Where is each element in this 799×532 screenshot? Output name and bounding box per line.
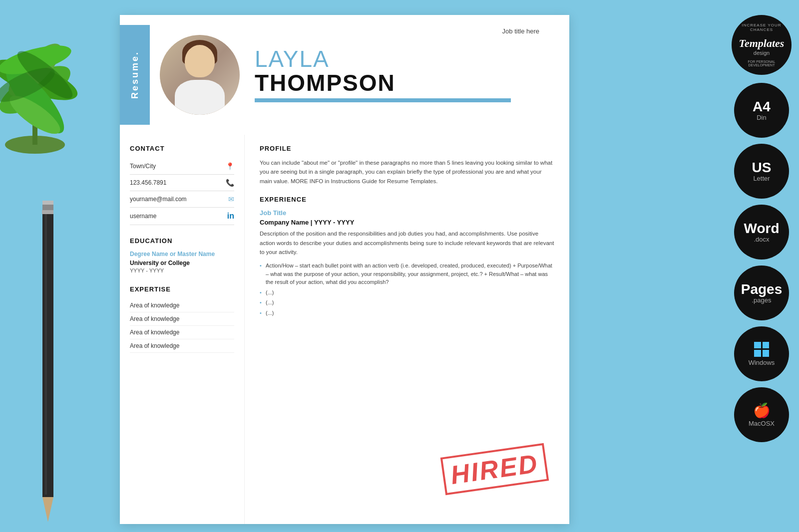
svg-rect-13 — [42, 201, 53, 205]
svg-rect-10 — [42, 208, 53, 497]
pages-sub-label: .pages — [752, 296, 771, 304]
contact-town-text: Town/City — [130, 163, 156, 170]
word-sub-label: .docx — [754, 236, 769, 243]
right-column: PROFILE You can include "about me" or "p… — [245, 135, 569, 524]
education-section-title: EDUCATION — [130, 237, 234, 245]
windows-icon — [754, 342, 769, 357]
svg-marker-11 — [42, 497, 53, 522]
person-face — [185, 45, 215, 77]
pages-option-circle[interactable]: Pages .pages — [734, 266, 789, 320]
templates-logo-circle: INCREASE YOUR CHANCES Templates design F… — [732, 15, 792, 75]
email-icon: ✉ — [228, 195, 234, 203]
profile-photo — [160, 35, 240, 115]
last-name: THOMPSON — [255, 70, 539, 96]
bullet-item-1: Action/How – start each bullet point wit… — [260, 262, 554, 286]
resume-header: Resume. Job title here LAYLA THOMPSON — [120, 15, 569, 135]
first-name: LAYLA — [255, 47, 539, 70]
education-years: YYYY - YYYY — [130, 267, 234, 273]
us-sub-label: Letter — [753, 175, 770, 182]
company-line: Company Name | YYYY - YYYY — [260, 219, 554, 226]
resume-sidebar-bar: Resume. — [120, 25, 150, 125]
university-name: University or College — [130, 260, 234, 266]
expertise-item: Area of knowledge — [130, 326, 234, 339]
left-column: CONTACT Town/City 📍 123.456.7891 📞 yourn… — [120, 135, 245, 524]
macosx-option-circle[interactable]: 🍎 MacOSX — [734, 387, 789, 442]
windows-label: Windows — [749, 359, 775, 366]
windows-option-circle[interactable]: Windows — [734, 326, 789, 381]
expertise-item: Area of knowledge — [130, 299, 234, 312]
word-option-circle[interactable]: Word .docx — [734, 205, 789, 260]
expertise-item: Area of knowledge — [130, 312, 234, 326]
expertise-section-title: EXPERTISE — [130, 285, 234, 293]
contact-email: yourname@mail.com ✉ — [130, 191, 234, 208]
right-sidebar: INCREASE YOUR CHANCES Templates design F… — [729, 15, 794, 442]
svg-rect-15 — [42, 210, 53, 214]
phone-icon: 📞 — [226, 179, 234, 187]
contact-linkedin: username in — [130, 208, 234, 225]
a4-option-circle[interactable]: A4 Din — [734, 83, 789, 138]
resume-sidebar-label: Resume. — [130, 51, 140, 99]
linkedin-icon: in — [227, 212, 234, 221]
win-pane-1 — [754, 342, 761, 349]
win-pane-2 — [763, 342, 770, 349]
a4-main-label: A4 — [753, 100, 771, 114]
logo-main-text: Templates — [739, 37, 785, 50]
expertise-item: Area of knowledge — [130, 339, 234, 353]
win-pane-4 — [763, 350, 770, 357]
person-body — [175, 80, 225, 115]
word-main-label: Word — [744, 222, 779, 236]
contact-username-text: username — [130, 213, 156, 220]
logo-top-text: INCREASE YOUR CHANCES — [742, 23, 782, 32]
photo-placeholder — [160, 35, 240, 115]
contact-section-title: CONTACT — [130, 145, 234, 152]
experience-description: Description of the position and the resp… — [260, 229, 554, 257]
name-area: Job title here LAYLA THOMPSON — [250, 25, 549, 107]
degree-name: Degree Name or Master Name — [130, 251, 234, 258]
pencil-decoration — [27, 183, 67, 532]
hired-stamp-text: HIRED — [440, 443, 548, 495]
name-underline — [255, 98, 511, 102]
location-icon: 📍 — [226, 162, 234, 170]
profile-section-title: PROFILE — [260, 145, 554, 152]
a4-sub-label: Din — [757, 114, 767, 121]
bullet-item-2: (...) — [260, 288, 554, 297]
pages-main-label: Pages — [741, 282, 783, 296]
bullet-item-4: (...) — [260, 309, 554, 317]
logo-sub-text: design — [754, 50, 770, 56]
svg-rect-14 — [45, 210, 47, 495]
contact-phone-text: 123.456.7891 — [130, 179, 166, 186]
contact-town: Town/City 📍 — [130, 158, 234, 175]
logo-bottom-text: FOR PERSONAL DEVELOPMENT — [744, 60, 779, 67]
apple-icon: 🍎 — [753, 402, 771, 419]
experience-section-title: EXPERIENCE — [260, 196, 554, 203]
us-main-label: US — [752, 161, 772, 175]
contact-phone: 123.456.7891 📞 — [130, 175, 234, 191]
us-letter-option-circle[interactable]: US Letter — [734, 144, 789, 199]
experience-job-title: Job Title — [260, 209, 554, 217]
bullet-item-3: (...) — [260, 298, 554, 307]
contact-email-text: yourname@mail.com — [130, 196, 187, 203]
resume-paper: Resume. Job title here LAYLA THOMPSON — [120, 15, 569, 524]
macosx-label: MacOSX — [749, 420, 775, 427]
win-pane-3 — [754, 350, 761, 357]
job-title-placeholder: Job title here — [502, 27, 539, 35]
hired-stamp: HIRED — [449, 444, 539, 494]
resume-body: CONTACT Town/City 📍 123.456.7891 📞 yourn… — [120, 135, 569, 524]
profile-text: You can include "about me" or "profile" … — [260, 158, 554, 186]
